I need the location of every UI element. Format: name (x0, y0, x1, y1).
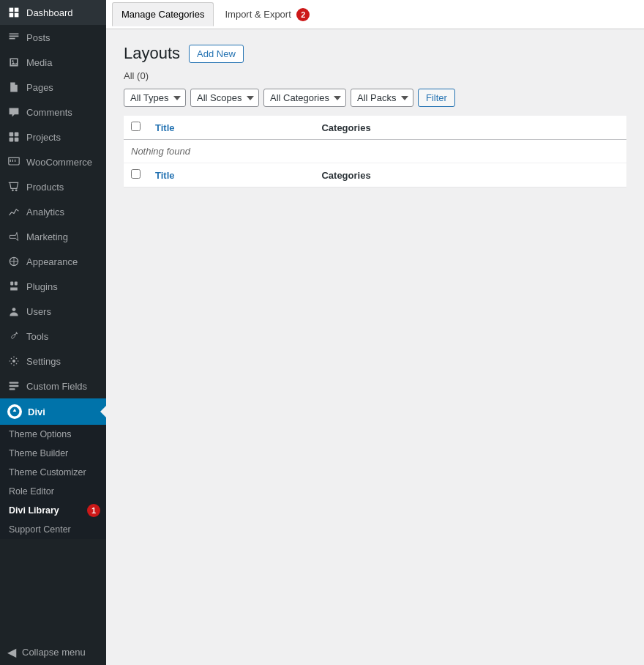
custom-fields-icon (7, 379, 20, 393)
svg-rect-1 (15, 8, 19, 12)
divi-submenu: Theme Options Theme Builder Theme Custom… (0, 425, 106, 539)
submenu-theme-options[interactable]: Theme Options (0, 425, 106, 444)
projects-icon (7, 130, 20, 144)
plugins-icon (7, 280, 20, 293)
count-row: All (0) (124, 70, 626, 81)
filter-categories[interactable]: All Categories (263, 89, 346, 107)
collapse-menu-button[interactable]: ◀ Collapse menu (0, 639, 106, 665)
select-all-checkbox[interactable] (131, 122, 141, 131)
sidebar-item-products[interactable]: Products (0, 174, 106, 199)
title-column-footer: Title (148, 163, 314, 187)
import-export-badge: 2 (296, 8, 310, 21)
tabs-bar: Manage Categories Import & Export 2 (106, 0, 644, 29)
sidebar-item-dashboard[interactable]: Dashboard (0, 0, 106, 25)
svg-rect-10 (10, 282, 13, 286)
submenu-theme-customizer[interactable]: Theme Customizer (0, 463, 106, 482)
comments-icon (7, 105, 20, 119)
filter-packs[interactable]: All Packs (351, 89, 413, 107)
sidebar-item-analytics[interactable]: Analytics (0, 199, 106, 224)
sidebar-item-label: Dashboard (26, 7, 73, 18)
tools-icon (7, 330, 20, 343)
sidebar-item-woocommerce[interactable]: WooCommerce (0, 149, 106, 174)
sidebar-item-label: WooCommerce (26, 157, 92, 168)
svg-rect-0 (10, 8, 14, 12)
layouts-content: Layouts Add New All (0) All Types All Sc… (106, 29, 644, 665)
submenu-support-center[interactable]: Support Center (0, 520, 106, 539)
sidebar-item-pages[interactable]: Pages (0, 75, 106, 100)
sidebar-item-label: Analytics (26, 207, 64, 218)
select-all-footer (124, 163, 148, 187)
sidebar-item-marketing[interactable]: Marketing (0, 224, 106, 249)
dashboard-icon (7, 6, 20, 19)
sidebar-item-appearance[interactable]: Appearance (0, 249, 106, 274)
tab-import-export[interactable]: Import & Export 2 (215, 1, 319, 28)
count-value: (0) (137, 70, 149, 81)
appearance-icon (7, 255, 20, 268)
sidebar: Dashboard Posts Media Pages Comments Pro… (0, 0, 106, 665)
svg-rect-6 (15, 133, 19, 137)
sidebar-item-label: Projects (26, 132, 61, 143)
sidebar-item-plugins[interactable]: Plugins (0, 274, 106, 299)
table-footer-row: Title Categories (124, 163, 626, 187)
filter-types[interactable]: All Types (124, 89, 186, 107)
svg-rect-2 (10, 13, 14, 18)
settings-icon (7, 354, 20, 368)
sidebar-item-settings[interactable]: Settings (0, 349, 106, 374)
svg-point-13 (12, 360, 15, 363)
sidebar-item-custom-fields[interactable]: Custom Fields (0, 374, 106, 398)
svg-rect-7 (10, 138, 14, 142)
products-icon (7, 180, 20, 193)
filter-row: All Types All Scopes All Categories All … (124, 89, 626, 107)
table-header-row: Title Categories (124, 116, 626, 140)
sidebar-item-posts[interactable]: Posts (0, 25, 106, 50)
svg-rect-8 (15, 138, 19, 142)
sidebar-item-label: Plugins (26, 281, 58, 292)
empty-message: Nothing found (124, 140, 626, 163)
svg-rect-16 (10, 388, 15, 390)
woocommerce-icon (7, 155, 20, 168)
sidebar-item-label: Custom Fields (26, 381, 87, 392)
marketing-icon (7, 230, 20, 243)
sidebar-item-label: Media (26, 57, 52, 68)
layouts-table: Title Categories Nothing found Title Cat… (124, 116, 626, 187)
divi-icon (7, 404, 22, 419)
page-title: Layouts (124, 44, 180, 63)
collapse-label: Collapse menu (22, 647, 86, 658)
pages-icon (7, 81, 20, 94)
svg-point-4 (12, 60, 13, 62)
title-column-header: Title (148, 116, 314, 140)
main-content: Manage Categories Import & Export 2 Layo… (106, 0, 644, 665)
svg-rect-11 (15, 282, 18, 286)
sidebar-item-label: Divi (28, 406, 45, 417)
collapse-icon: ◀ (7, 645, 16, 659)
media-icon (7, 56, 20, 69)
sidebar-item-media[interactable]: Media (0, 50, 106, 75)
sidebar-item-comments[interactable]: Comments (0, 100, 106, 125)
sidebar-item-divi[interactable]: Divi (0, 398, 106, 425)
filter-button[interactable]: Filter (418, 89, 455, 107)
sidebar-item-label: Pages (26, 82, 53, 93)
submenu-divi-library[interactable]: Divi Library 1 (0, 501, 106, 520)
sidebar-item-projects[interactable]: Projects (0, 125, 106, 149)
sidebar-item-label: Tools (26, 331, 48, 342)
count-label: All (124, 70, 134, 81)
submenu-theme-builder[interactable]: Theme Builder (0, 444, 106, 463)
sidebar-item-label: Users (26, 306, 51, 317)
tab-manage-categories[interactable]: Manage Categories (112, 2, 214, 26)
select-all-footer-checkbox[interactable] (131, 169, 141, 179)
svg-point-12 (12, 308, 16, 311)
sidebar-item-tools[interactable]: Tools (0, 324, 106, 349)
filter-scopes[interactable]: All Scopes (190, 89, 259, 107)
svg-rect-3 (15, 13, 19, 18)
select-all-header (124, 116, 148, 140)
posts-icon (7, 31, 20, 44)
svg-rect-5 (10, 133, 14, 137)
add-new-button[interactable]: Add New (189, 45, 244, 63)
sidebar-item-users[interactable]: Users (0, 299, 106, 324)
users-icon (7, 305, 20, 318)
divi-library-badge: 1 (87, 504, 100, 517)
submenu-role-editor[interactable]: Role Editor (0, 482, 106, 501)
sidebar-item-label: Appearance (26, 256, 78, 267)
sidebar-item-label: Products (26, 182, 64, 193)
svg-rect-15 (10, 385, 19, 387)
